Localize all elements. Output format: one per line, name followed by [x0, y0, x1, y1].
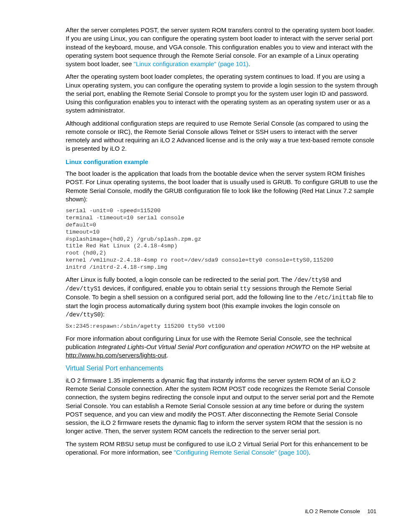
body-paragraph: After the server completes POST, the ser…: [66, 26, 378, 68]
code-block-grub: serial -unit=0 -speed=115200 terminal -t…: [66, 208, 378, 271]
code-inline: /dev/ttyS0: [66, 311, 101, 318]
body-paragraph: The system ROM RBSU setup must be config…: [66, 440, 378, 457]
text: devices, if configured, enable you to ob…: [101, 285, 240, 292]
text: After Linux is fully booted, a login con…: [66, 276, 294, 283]
heading-vsp-enhancements: Virtual Serial Port enhancements: [66, 364, 378, 373]
body-paragraph: The boot loader is the application that …: [66, 170, 378, 203]
page-number: 101: [367, 508, 376, 514]
cross-ref-link[interactable]: "Linux configuration example" (page 101): [134, 60, 248, 67]
body-paragraph: Although additional configuration steps …: [66, 119, 378, 153]
text: ):: [101, 311, 105, 318]
body-paragraph: For more information about configuring L…: [66, 334, 378, 360]
body-paragraph: After the operating system boot loader c…: [66, 72, 378, 115]
text: .: [166, 352, 168, 359]
body-paragraph: After Linux is fully booted, a login con…: [66, 275, 378, 319]
cross-ref-link[interactable]: "Configuring Remote Serial Console" (pag…: [174, 449, 309, 456]
body-paragraph: iLO 2 firmware 1.35 implements a dynamic…: [66, 376, 378, 436]
code-inline: tty: [240, 285, 251, 292]
publication-title: Integrated Lights-Out Virtual Serial Por…: [97, 343, 310, 350]
footer-section-label: iLO 2 Remote Console: [305, 508, 360, 514]
code-block-inittab: Sx:2345:respawn:/sbin/agetty 115200 ttyS…: [66, 323, 378, 330]
code-inline: /dev/ttyS1: [66, 285, 101, 292]
code-inline: /dev/ttyS0: [294, 277, 329, 283]
text: on the HP website at: [310, 343, 370, 350]
external-link[interactable]: http://www.hp.com/servers/lights-out: [66, 352, 166, 359]
heading-linux-config: Linux configuration example: [66, 158, 378, 167]
text: and: [329, 276, 341, 283]
page-footer: iLO 2 Remote Console 101: [305, 508, 376, 515]
text: .: [309, 449, 310, 456]
text: .: [248, 60, 250, 67]
code-inline: /etc/inittab: [314, 294, 356, 301]
